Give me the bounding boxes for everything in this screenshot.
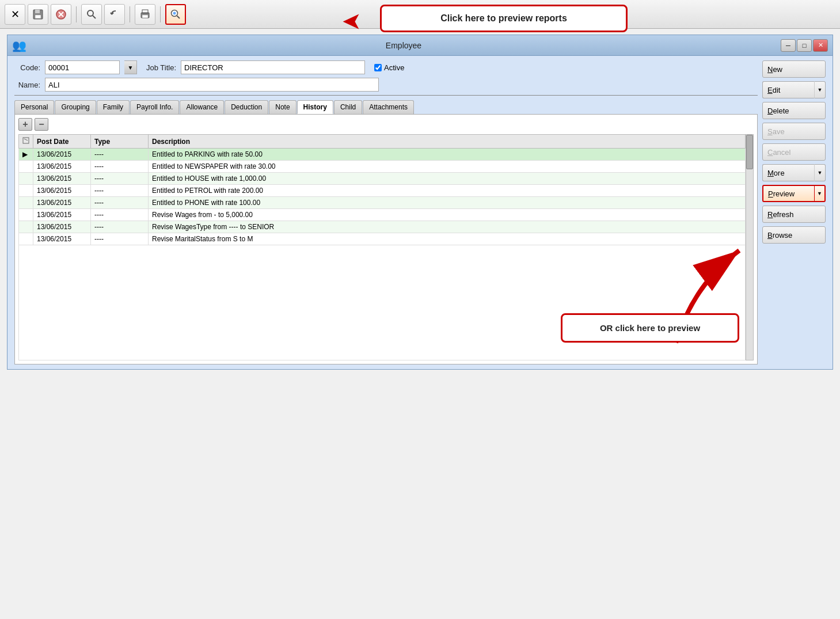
- window-controls: ─ □ ✕: [781, 39, 828, 52]
- more-dropdown-button[interactable]: ▼: [814, 164, 826, 181]
- row-type: ----: [91, 161, 149, 173]
- row-indicator: [19, 233, 33, 245]
- row-indicator: [19, 197, 33, 209]
- tab-note[interactable]: Note: [269, 100, 296, 114]
- row-indicator: [19, 185, 33, 197]
- titlebar-left: 👥: [12, 39, 26, 52]
- row-postdate: 13/06/2015: [33, 161, 91, 173]
- jobtitle-input[interactable]: [181, 60, 365, 74]
- right-buttons: New Edit ▼ Delete Save Cancel More ▼: [762, 60, 826, 364]
- svg-line-15: [24, 139, 28, 140]
- svg-point-12: [173, 12, 176, 14]
- separator-3: [160, 6, 161, 22]
- edit-dropdown-button[interactable]: ▼: [814, 81, 826, 98]
- tab-attachments[interactable]: Attachments: [363, 100, 414, 114]
- name-input[interactable]: [45, 78, 379, 92]
- remove-row-button[interactable]: −: [35, 118, 48, 131]
- tabs: Personal Grouping Family Payroll Info. A…: [14, 100, 758, 114]
- separator-1: [76, 6, 77, 22]
- table-row[interactable]: 13/06/2015 ---- Revise MaritalStatus fro…: [19, 233, 746, 245]
- code-label: Code:: [14, 63, 40, 72]
- table-row[interactable]: 13/06/2015 ---- Entitled to PHONE with r…: [19, 197, 746, 209]
- maximize-button[interactable]: □: [797, 39, 812, 52]
- table-row[interactable]: 13/06/2015 ---- Revise WagesType from --…: [19, 221, 746, 233]
- browse-button[interactable]: Browse: [762, 226, 826, 244]
- table-scrollbar[interactable]: [746, 134, 754, 360]
- table-row[interactable]: 13/06/2015 ---- Entitled to PETROL with …: [19, 185, 746, 197]
- row-postdate: 13/06/2015: [33, 209, 91, 221]
- scrollbar-thumb: [746, 135, 753, 169]
- row-indicator: [19, 221, 33, 233]
- employee-icon: 👥: [12, 39, 26, 52]
- code-dropdown-button[interactable]: ▼: [124, 60, 137, 74]
- add-row-button[interactable]: +: [18, 118, 32, 131]
- table-row[interactable]: ▶ 13/06/2015 ---- Entitled to PARKING wi…: [19, 149, 746, 161]
- print-toolbar-button[interactable]: [135, 4, 155, 25]
- history-table: Post Date Type Description ▶ 13/06/2015 …: [18, 134, 746, 245]
- row-postdate: 13/06/2015: [33, 149, 91, 161]
- tab-family[interactable]: Family: [97, 100, 130, 114]
- row-postdate: 13/06/2015: [33, 197, 91, 209]
- table-container: + − Post Date: [14, 114, 758, 364]
- tab-history[interactable]: History: [297, 100, 333, 114]
- edit-button[interactable]: Edit: [762, 81, 814, 98]
- more-button[interactable]: More: [762, 164, 814, 181]
- svg-point-6: [88, 10, 93, 16]
- svg-line-7: [93, 16, 96, 18]
- svg-line-13: [177, 16, 180, 18]
- form-area: Code: ▼ Job Title: Active Name:: [14, 60, 758, 364]
- row-type: ----: [91, 233, 149, 245]
- svg-rect-10: [142, 15, 148, 18]
- save-disk-button[interactable]: [28, 4, 48, 25]
- active-checkbox-area: Active: [374, 63, 404, 72]
- tab-personal[interactable]: Personal: [14, 100, 54, 114]
- table-with-scroll: Post Date Type Description ▶ 13/06/2015 …: [18, 134, 754, 360]
- preview-split-button: Preview ▼: [762, 185, 826, 202]
- minimize-button[interactable]: ─: [781, 39, 796, 52]
- save-button[interactable]: Save: [762, 123, 826, 140]
- more-split-button: More ▼: [762, 164, 826, 181]
- table-empty-area: OR click here to preview: [18, 245, 746, 360]
- row-indicator: [19, 161, 33, 173]
- row-type: ----: [91, 209, 149, 221]
- refresh-button[interactable]: Refresh: [762, 206, 826, 223]
- tab-deduction[interactable]: Deduction: [225, 100, 268, 114]
- row-description: Entitled to NEWSPAPER with rate 30.00: [149, 161, 746, 173]
- active-checkbox[interactable]: [374, 64, 382, 71]
- row-type: ----: [91, 197, 149, 209]
- preview-toolbar-button[interactable]: [165, 4, 186, 25]
- tab-allowance[interactable]: Allowance: [180, 100, 224, 114]
- table-row[interactable]: 13/06/2015 ---- Entitled to HOUSE with r…: [19, 173, 746, 185]
- name-label: Name:: [14, 81, 40, 89]
- window-title: Employee: [26, 41, 781, 50]
- table-scroll-wrapper: Post Date Type Description ▶ 13/06/2015 …: [18, 134, 746, 360]
- employee-window: 👥 Employee ─ □ ✕ Code: ▼ Job Title:: [7, 35, 833, 370]
- svg-rect-1: [35, 10, 40, 13]
- row-postdate: 13/06/2015: [33, 185, 91, 197]
- cancel-button[interactable]: Cancel: [762, 143, 826, 161]
- close-window-button[interactable]: ✕: [813, 39, 828, 52]
- preview-button[interactable]: Preview: [762, 185, 814, 202]
- row-postdate: 13/06/2015: [33, 233, 91, 245]
- col-arrow: [19, 135, 33, 149]
- tab-child[interactable]: Child: [334, 100, 362, 114]
- row-postdate: 13/06/2015: [33, 221, 91, 233]
- callout-top: Click here to preview reports: [380, 5, 628, 32]
- close-toolbar-button[interactable]: ✕: [5, 4, 25, 25]
- delete-button[interactable]: Delete: [762, 102, 826, 119]
- code-row: Code: ▼ Job Title: Active: [14, 60, 758, 74]
- tab-grouping[interactable]: Grouping: [55, 100, 96, 114]
- active-label: Active: [384, 63, 404, 72]
- svg-rect-2: [35, 15, 41, 18]
- undo-button[interactable]: [104, 4, 125, 25]
- tab-payrollinfo[interactable]: Payroll Info.: [130, 100, 179, 114]
- preview-dropdown-button[interactable]: ▼: [814, 185, 826, 202]
- cancel-toolbar-button[interactable]: [51, 4, 71, 25]
- code-input[interactable]: [45, 60, 120, 74]
- table-row[interactable]: 13/06/2015 ---- Entitled to NEWSPAPER wi…: [19, 161, 746, 173]
- new-button[interactable]: New: [762, 60, 826, 78]
- row-description: Entitled to PARKING with rate 50.00: [149, 149, 746, 161]
- table-row[interactable]: 13/06/2015 ---- Revise Wages from - to 5…: [19, 209, 746, 221]
- divider: [14, 95, 758, 96]
- search-toolbar-button[interactable]: [81, 4, 102, 25]
